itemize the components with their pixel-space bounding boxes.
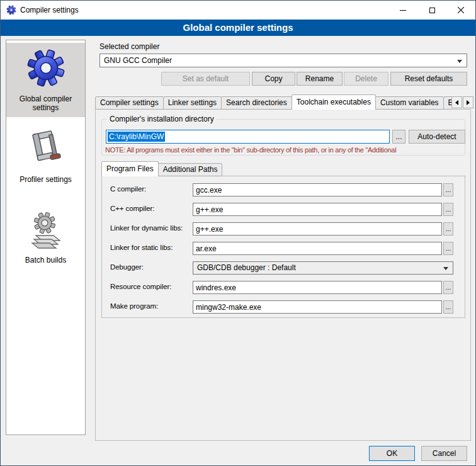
compiler-settings-dialog: Compiler settings Global compiler settin… [0, 0, 476, 466]
window-controls [388, 1, 475, 20]
minimize-icon [400, 10, 406, 11]
maximize-icon [429, 8, 435, 13]
browse-directory-button[interactable]: ... [392, 130, 405, 144]
selected-compiler-value: GNU GCC Compiler [104, 56, 453, 65]
main-tab-strip: Compiler settings Linker settings Search… [95, 94, 451, 110]
dialog-header: Global compiler settings [1, 20, 475, 36]
c-compiler-input[interactable] [193, 183, 442, 196]
window-title: Compiler settings [20, 6, 79, 14]
resource-compiler-label: Resource compiler: [110, 283, 192, 290]
gear-stack-icon [26, 209, 66, 249]
c-compiler-browse-button[interactable]: ... [443, 183, 453, 196]
maximize-button[interactable] [417, 1, 446, 20]
installation-directory-value: C:\raylib\MinGW [108, 132, 165, 142]
tab-program-files[interactable]: Program Files [101, 161, 159, 176]
linker-dynamic-browse-button[interactable]: ... [443, 222, 453, 236]
close-button[interactable] [446, 1, 475, 20]
linker-static-browse-button[interactable]: ... [443, 242, 453, 255]
reset-defaults-button[interactable]: Reset defaults [390, 72, 467, 86]
resource-compiler-browse-button[interactable]: ... [443, 281, 453, 294]
arrow-right-icon [467, 100, 470, 105]
tab-linker-settings[interactable]: Linker settings [163, 96, 222, 110]
cpp-compiler-label: C++ compiler: [110, 205, 192, 212]
blue-gear-icon [26, 48, 66, 88]
cpp-compiler-input[interactable] [193, 203, 442, 216]
tab-scroll-left-button[interactable] [451, 96, 462, 108]
settings-category-list: Global compiler settings Profiler settin… [6, 40, 86, 435]
make-program-input[interactable] [193, 300, 442, 314]
sidebar-item-label: Global compiler settings [8, 94, 84, 112]
linker-static-input[interactable] [193, 242, 442, 255]
tab-scroll-right-button[interactable] [463, 96, 473, 108]
app-gear-icon [6, 5, 16, 15]
auto-detect-button[interactable]: Auto-detect [409, 130, 465, 144]
make-program-label: Make program: [110, 302, 192, 310]
bin-subdirectory-note: NOTE: All programs must exist either in … [105, 146, 469, 154]
selected-compiler-label: Selected compiler [99, 42, 159, 51]
delete-button[interactable]: Delete [344, 72, 388, 86]
linker-dynamic-label: Linker for dynamic libs: [110, 224, 192, 232]
tab-search-directories[interactable]: Search directories [221, 96, 292, 110]
program-files-tab-strip: Program Files Additional Paths [101, 161, 290, 176]
linker-static-label: Linker for static libs: [110, 244, 192, 251]
installation-directory-legend: Compiler's installation directory [107, 115, 217, 123]
tab-build-options-truncated[interactable]: Buil [443, 96, 451, 110]
debugger-label: Debugger: [110, 263, 192, 271]
sidebar-item-label: Profiler settings [20, 175, 72, 184]
clamp-tool-icon [26, 128, 66, 169]
chevron-down-icon [457, 60, 462, 63]
minimize-button[interactable] [388, 1, 417, 20]
close-icon [458, 7, 464, 13]
sidebar-item-batch-builds[interactable]: Batch builds [6, 204, 85, 270]
tab-custom-variables[interactable]: Custom variables [375, 96, 444, 110]
installation-directory-input[interactable]: C:\raylib\MinGW [106, 130, 390, 144]
make-program-browse-button[interactable]: ... [443, 300, 453, 314]
sidebar-item-label: Batch builds [25, 256, 66, 264]
cancel-button[interactable]: Cancel [421, 446, 467, 461]
arrow-left-icon [455, 100, 458, 105]
linker-dynamic-input[interactable] [193, 222, 442, 236]
titlebar: Compiler settings [1, 1, 475, 20]
sidebar-item-profiler-settings[interactable]: Profiler settings [6, 123, 85, 189]
tab-toolchain-executables[interactable]: Toolchain executables [292, 94, 376, 110]
cpp-compiler-browse-button[interactable]: ... [443, 203, 453, 216]
chevron-down-icon [443, 267, 448, 270]
selected-compiler-combobox[interactable]: GNU GCC Compiler [99, 54, 467, 67]
c-compiler-label: C compiler: [110, 185, 192, 193]
tab-additional-paths[interactable]: Additional Paths [158, 163, 223, 176]
set-as-default-button[interactable]: Set as default [161, 72, 250, 86]
rename-button[interactable]: Rename [297, 72, 343, 86]
tab-compiler-settings[interactable]: Compiler settings [95, 96, 164, 110]
copy-button[interactable]: Copy [252, 72, 295, 86]
resource-compiler-input[interactable] [193, 281, 442, 294]
debugger-value: GDB/CDB debugger : Default [197, 263, 439, 272]
ok-button[interactable]: OK [369, 446, 415, 461]
debugger-combobox[interactable]: GDB/CDB debugger : Default [193, 261, 453, 275]
sidebar-item-global-compiler-settings[interactable]: Global compiler settings [6, 43, 85, 117]
